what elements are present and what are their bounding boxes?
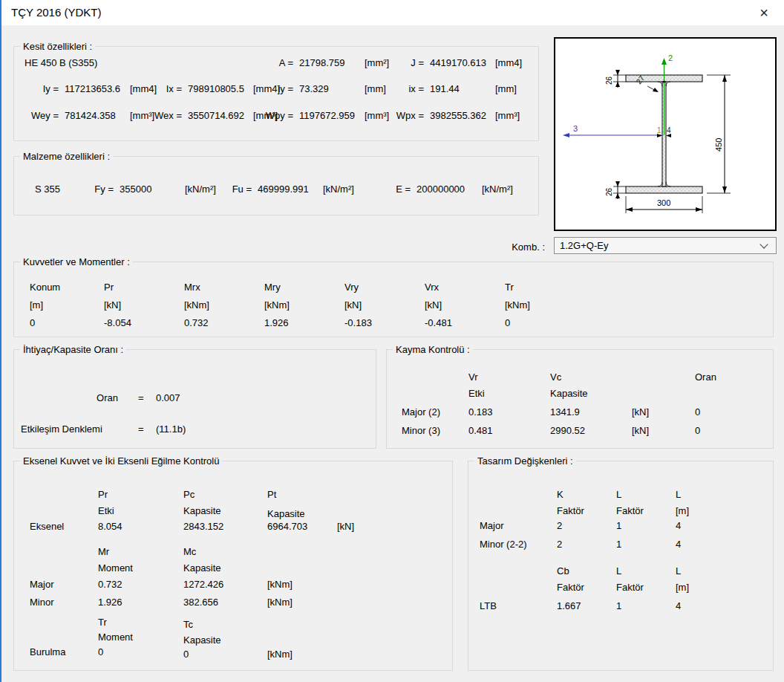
shear-sub-etki: Etki — [468, 388, 485, 399]
dim-flange-bottom: 26 — [605, 187, 613, 196]
close-icon[interactable]: × — [753, 2, 775, 23]
shear-oran: 0 — [695, 425, 700, 436]
shear-vr: 0.481 — [468, 425, 493, 436]
design-sub-m: [m] — [676, 505, 689, 516]
prop-unit: [kN/m²] — [482, 184, 523, 195]
col-unit: [kNm] — [505, 299, 530, 317]
design-l-value: 4 — [676, 520, 681, 531]
design-l-value: 4 — [676, 539, 681, 550]
col-unit: [kNm] — [184, 299, 209, 317]
col-value: 0.732 — [184, 317, 209, 335]
forces-col-konum: Konum [m] 0 — [30, 282, 60, 335]
prop-label: Wey = — [23, 110, 59, 121]
moment-sub-kapasite: Kapasite — [183, 562, 221, 574]
moment-row-label: Major — [30, 579, 54, 590]
shear-unit: [kN] — [632, 425, 649, 436]
prop-label: A = — [264, 57, 293, 68]
group-shear-check: Kayma Kontrolü : Vr Vc Oran Etki Kapasit… — [386, 349, 774, 449]
col-value: -0.183 — [344, 317, 372, 335]
design-row-label: LTB — [480, 600, 497, 611]
group-title: Eksenel Kuvvet ve İki Eksenli Eğilme Kon… — [20, 455, 222, 467]
shear-oran: 0 — [695, 406, 700, 418]
col-unit: [m] — [30, 299, 60, 317]
design-header-l: L — [676, 489, 681, 500]
combination-select[interactable]: 1.2G+Q-Ey — [554, 237, 777, 254]
design-header-cb: Cb — [557, 565, 569, 577]
prop-value: 200000000 — [416, 184, 474, 195]
prop-Ix: Ix = 798910805.5 [mm4] — [152, 83, 280, 94]
prop-label: iy = — [264, 83, 293, 94]
equals-sign: = — [138, 423, 144, 435]
moment-sub-moment: Moment — [98, 562, 133, 574]
prop-ix: ix = 191.44 [mm] — [394, 83, 522, 94]
col-value: 1.926 — [264, 317, 290, 335]
shear-row-label: Minor (3) — [402, 425, 440, 436]
design-header-l: L — [676, 565, 681, 577]
prop-value: 469999.991 — [258, 184, 316, 195]
design-lfactor-value: 1 — [616, 600, 621, 611]
torsion-tc-value: 0 — [183, 649, 189, 660]
dim-flange-top: 26 — [605, 76, 613, 85]
prop-value: 73.329 — [299, 83, 357, 94]
moment-mr-value: 1.926 — [98, 597, 122, 608]
prop-value: 21798.759 — [299, 57, 357, 68]
prop-label: Wpy = — [258, 110, 293, 121]
ratio-value: 0.007 — [156, 392, 180, 403]
prop-E: E = 200000000 [kN/m²] — [385, 184, 523, 195]
prop-label: ix = — [394, 83, 424, 94]
axial-pt-value: 6964.703 — [267, 521, 307, 532]
prop-unit: [mm³] — [365, 110, 391, 121]
moment-unit: [kNm] — [267, 579, 293, 590]
col-unit: [kN] — [344, 299, 372, 317]
torsion-unit: [kNm] — [267, 649, 293, 660]
axial-header-pc: Pc — [183, 489, 195, 500]
design-row-label: Minor (2-2) — [480, 539, 527, 550]
axial-pc-value: 2843.152 — [183, 521, 223, 532]
interaction-equation-value: (11.1b) — [156, 423, 186, 435]
prop-label: J = — [394, 57, 424, 68]
prop-value: 4419170.613 — [430, 57, 488, 68]
profile-name: HE 450 B (S355) — [24, 57, 97, 68]
forces-col-vrx: Vrx [kN] -0.481 — [425, 282, 452, 335]
prop-unit: [kN/m²] — [323, 184, 365, 195]
design-sub-faktor: Faktör — [616, 582, 644, 593]
design-lfactor-value: 1 — [616, 539, 621, 550]
forces-col-tr: Tr [kNm] 0 — [505, 282, 530, 335]
forces-col-mry: Mry [kNm] 1.926 — [264, 282, 290, 335]
shear-col-vc: Vc — [550, 371, 561, 383]
design-header-l: L — [616, 565, 621, 577]
dialog-tcy-2016-ydkt: TÇY 2016 (YDKT) × Kesit özellikleri : HE… — [0, 0, 784, 682]
dim-height: 450 — [714, 138, 723, 152]
prop-label: Fy = — [88, 184, 114, 195]
prop-J: J = 4419170.613 [mm4] — [394, 57, 522, 68]
group-title: Kesit özellikleri : — [20, 41, 95, 52]
combination-label: Komb. : — [491, 241, 545, 253]
prop-value: 781424.358 — [65, 110, 122, 121]
forces-col-vry: Vry [kN] -0.183 — [344, 282, 372, 335]
prop-iy: iy = 73.329 [mm] — [264, 83, 391, 94]
prop-value: 3982555.362 — [430, 110, 488, 121]
prop-unit: [mm4] — [495, 57, 522, 68]
axial-sub-etki: Etki — [98, 505, 114, 516]
design-header-k: K — [557, 489, 564, 500]
axial-sub-kapasite: Kapasite — [267, 508, 305, 519]
chevron-down-icon — [760, 240, 768, 248]
group-title: Tasarım Değişkenleri : — [474, 455, 576, 467]
design-k-value: 2 — [557, 539, 562, 550]
design-row-label: Major — [480, 520, 504, 531]
group-axial-biaxial-bending-check: Eksenel Kuvvet ve İki Eksenli Eğilme Kon… — [13, 461, 453, 671]
torsion-sub-moment: Moment — [98, 631, 133, 643]
prop-Fy: Fy = 355000 [kN/m²] — [88, 184, 226, 195]
moment-header-mc: Mc — [183, 546, 196, 557]
prop-unit: [mm³] — [495, 110, 522, 121]
prop-unit: [kN/m²] — [185, 184, 226, 195]
ibeam-section-svg: 2 3 450 300 26 — [555, 39, 775, 230]
design-lfactor-value: 1 — [616, 520, 621, 531]
torsion-row-label: Burulma — [30, 646, 65, 657]
moment-mr-value: 0.732 — [98, 579, 122, 590]
axial-header-pt: Pt — [267, 489, 276, 500]
axis-2-label: 2 — [668, 53, 673, 62]
equals-sign: = — [138, 392, 144, 403]
axial-row-label: Eksenel — [30, 521, 64, 532]
window-title: TÇY 2016 (YDKT) — [11, 6, 101, 19]
